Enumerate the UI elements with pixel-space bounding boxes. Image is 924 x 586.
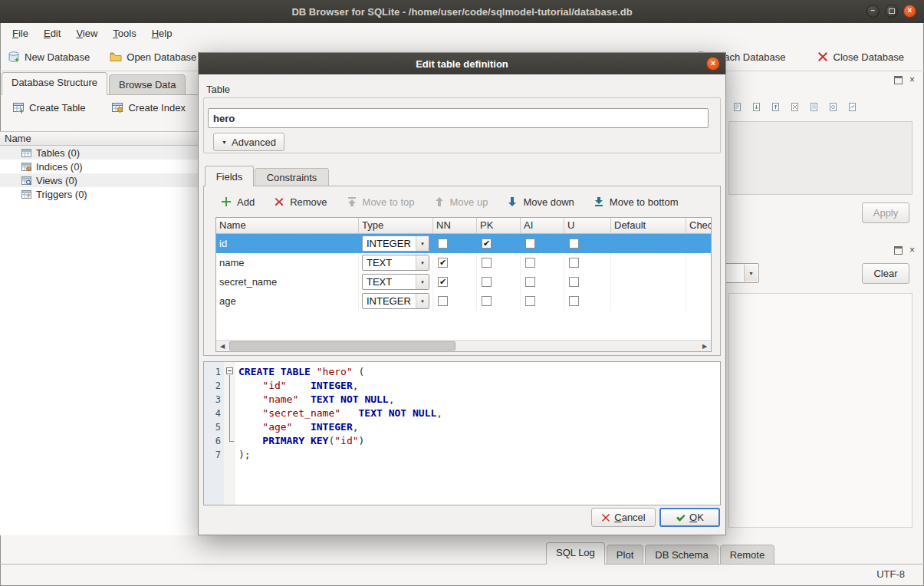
move-to-bottom-button[interactable]: Move to bottom <box>593 196 679 208</box>
move-up-button[interactable]: Move up <box>433 196 488 208</box>
cell-tool-button[interactable] <box>786 98 803 115</box>
scrollbar-thumb[interactable] <box>229 341 455 351</box>
column-header-type[interactable]: Type <box>359 218 433 233</box>
create-table-button[interactable]: Create Table <box>12 101 85 114</box>
clear-button[interactable]: Clear <box>862 263 909 284</box>
check-cell[interactable] <box>686 234 711 253</box>
ai-checkbox[interactable] <box>525 296 535 306</box>
cell-tool-button[interactable] <box>805 98 822 115</box>
nn-checkbox[interactable]: ✔ <box>438 277 448 287</box>
line-number: 2 <box>204 379 221 393</box>
field-row-secret-name[interactable]: secret_name TEXT ▼ ✔ <box>216 272 711 291</box>
dock-float-icon[interactable] <box>894 76 903 84</box>
pk-checkbox[interactable] <box>482 296 492 306</box>
combo-arrow-icon[interactable]: ▼ <box>744 265 758 281</box>
combo-arrow-icon[interactable]: ▼ <box>416 294 429 308</box>
default-cell[interactable] <box>611 272 686 291</box>
default-cell[interactable] <box>611 234 686 253</box>
column-header-name[interactable]: Name <box>216 218 359 233</box>
dialog-close-button[interactable]: × <box>706 57 720 71</box>
column-header-u[interactable]: U <box>564 218 611 233</box>
sql-preview-editor[interactable]: 1 2 3 4 5 6 7 CREATE TABLE "hero" ( "id"… <box>203 361 721 505</box>
default-cell[interactable] <box>611 291 686 311</box>
apply-button[interactable]: Apply <box>862 202 909 223</box>
nn-checkbox[interactable] <box>438 296 448 306</box>
type-combobox[interactable]: INTEGER ▼ <box>362 235 429 252</box>
scroll-left-icon[interactable]: ◀ <box>216 341 229 351</box>
field-row-name[interactable]: name TEXT ▼ ✔ <box>216 253 711 272</box>
remove-field-button[interactable]: Remove <box>273 196 327 208</box>
tab-remote[interactable]: Remote <box>720 545 775 565</box>
dock-close-icon[interactable]: × <box>909 75 915 84</box>
create-index-button[interactable]: Create Index <box>111 101 185 114</box>
column-header-ai[interactable]: AI <box>521 218 564 233</box>
type-combobox[interactable]: TEXT ▼ <box>362 274 429 290</box>
check-cell[interactable] <box>686 272 711 291</box>
tab-database-structure[interactable]: Database Structure <box>2 72 107 95</box>
pk-checkbox[interactable]: ✔ <box>482 239 492 249</box>
combo-arrow-icon[interactable]: ▼ <box>416 275 429 289</box>
menu-view[interactable]: View <box>68 25 105 41</box>
horizontal-scrollbar[interactable]: ◀ ▶ <box>216 340 711 351</box>
move-down-button[interactable]: Move down <box>506 196 574 208</box>
tab-plot[interactable]: Plot <box>607 545 643 565</box>
default-cell[interactable] <box>611 253 686 272</box>
scroll-right-icon[interactable]: ▶ <box>699 341 711 351</box>
tab-fields[interactable]: Fields <box>205 166 254 186</box>
tab-browse-data[interactable]: Browse Data <box>109 74 186 95</box>
column-header-default[interactable]: Default <box>611 218 686 233</box>
column-header-nn[interactable]: NN <box>433 218 477 233</box>
add-field-button[interactable]: Add <box>220 196 255 208</box>
new-database-button[interactable]: New Database <box>8 51 90 63</box>
ai-checkbox[interactable] <box>525 277 535 287</box>
cell-tool-button[interactable] <box>748 98 765 115</box>
check-cell[interactable] <box>686 291 711 311</box>
move-to-top-button[interactable]: Move to top <box>346 196 415 208</box>
dock-close-icon[interactable]: × <box>909 245 915 255</box>
pk-checkbox[interactable] <box>482 258 492 268</box>
ai-checkbox[interactable] <box>525 258 535 268</box>
window-close-button[interactable]: × <box>903 5 916 18</box>
dock-float-icon[interactable] <box>894 246 903 255</box>
tab-db-schema[interactable]: DB Schema <box>645 545 718 565</box>
pk-checkbox[interactable] <box>482 277 492 287</box>
maximize-button[interactable] <box>885 5 898 18</box>
ok-button[interactable]: OK <box>659 508 720 527</box>
field-row-id[interactable]: id INTEGER ▼ ✔ <box>216 234 711 253</box>
close-database-button[interactable]: Close Database <box>817 51 905 63</box>
menu-edit[interactable]: Edit <box>36 25 68 41</box>
advanced-button[interactable]: ▼ Advanced <box>213 133 284 151</box>
cell-tool-button[interactable] <box>767 98 784 115</box>
nn-checkbox[interactable] <box>438 239 448 249</box>
type-combobox[interactable]: INTEGER ▼ <box>362 293 429 309</box>
u-checkbox[interactable] <box>569 239 579 249</box>
u-checkbox[interactable] <box>569 258 579 268</box>
table-name-input[interactable]: hero <box>208 108 709 128</box>
cell-tool-button[interactable] <box>728 98 745 115</box>
status-encoding: UTF-8 <box>876 568 905 580</box>
tab-constraints[interactable]: Constraints <box>255 168 329 186</box>
sql-log-area[interactable] <box>728 293 912 528</box>
fold-collapse-icon[interactable] <box>226 367 233 374</box>
tab-sql-log[interactable]: SQL Log <box>546 542 605 565</box>
type-combobox[interactable]: TEXT ▼ <box>362 255 429 271</box>
u-checkbox[interactable] <box>569 277 579 287</box>
menu-help[interactable]: Help <box>144 25 180 41</box>
column-header-check[interactable]: Check <box>686 218 711 233</box>
nn-checkbox[interactable]: ✔ <box>438 258 448 268</box>
cell-editor-area[interactable] <box>728 121 912 195</box>
menu-tools[interactable]: Tools <box>105 25 143 41</box>
menu-file[interactable]: File <box>5 25 36 41</box>
cell-tool-button[interactable] <box>843 98 860 115</box>
column-header-pk[interactable]: PK <box>477 218 521 233</box>
check-cell[interactable] <box>686 253 711 272</box>
cell-tool-button[interactable] <box>824 98 841 115</box>
cancel-button[interactable]: Cancel <box>591 508 656 527</box>
combo-arrow-icon[interactable]: ▼ <box>416 255 429 270</box>
field-row-age[interactable]: age INTEGER ▼ <box>216 291 711 311</box>
open-database-button[interactable]: Open Database <box>110 51 196 63</box>
combo-arrow-icon[interactable]: ▼ <box>416 236 429 251</box>
u-checkbox[interactable] <box>569 296 579 306</box>
ai-checkbox[interactable] <box>525 239 535 249</box>
minimize-button[interactable]: − <box>866 5 880 18</box>
